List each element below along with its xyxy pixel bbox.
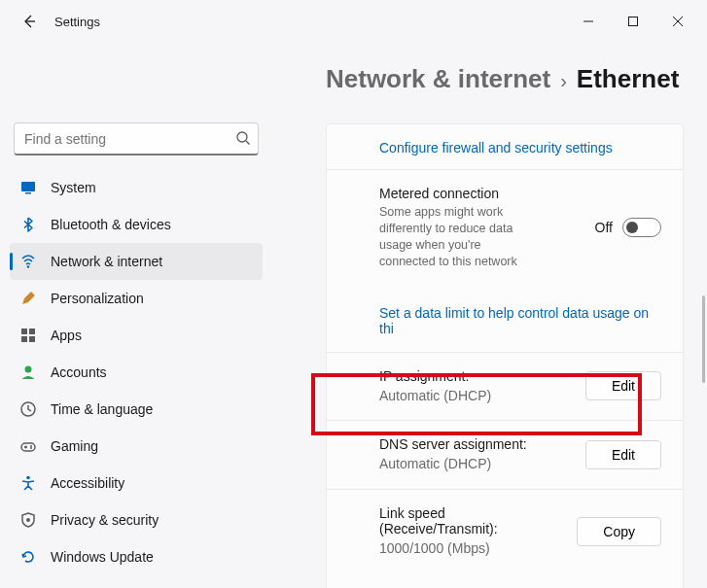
sidebar-item-label: System — [51, 180, 96, 195]
svg-rect-6 — [25, 192, 31, 194]
sidebar: SystemBluetooth & devicesNetwork & inter… — [0, 43, 272, 588]
svg-point-18 — [26, 518, 30, 522]
minimize-icon — [583, 16, 594, 27]
svg-rect-10 — [21, 336, 27, 342]
link-speed-row: Link speed (Receive/Transmit): 1000/1000… — [327, 490, 683, 588]
sidebar-item-label: Time & language — [51, 401, 153, 417]
breadcrumb-current: Ethernet — [577, 64, 679, 94]
dns-assignment-title: DNS server assignment: — [379, 436, 574, 452]
search-icon — [235, 130, 251, 146]
svg-line-4 — [246, 141, 250, 145]
dns-edit-button[interactable]: Edit — [585, 440, 661, 469]
sidebar-item-personalize[interactable]: Personalization — [10, 280, 263, 317]
ip-assignment-value: Automatic (DHCP) — [379, 387, 574, 405]
privacy-icon — [19, 511, 37, 529]
svg-rect-8 — [21, 329, 27, 334]
svg-point-12 — [25, 366, 32, 373]
breadcrumb: Network & internet › Ethernet — [326, 64, 707, 94]
ip-edit-button[interactable]: Edit — [585, 371, 661, 400]
dns-assignment-value: Automatic (DHCP) — [379, 455, 574, 473]
time-icon — [19, 400, 37, 418]
svg-point-17 — [26, 476, 30, 480]
sidebar-item-label: Network & internet — [51, 254, 162, 269]
search-input[interactable] — [14, 122, 259, 156]
sidebar-item-label: Apps — [51, 328, 82, 343]
sidebar-item-apps[interactable]: Apps — [10, 317, 263, 354]
sidebar-item-network[interactable]: Network & internet — [10, 243, 263, 280]
svg-rect-5 — [21, 182, 35, 191]
accounts-icon — [19, 363, 37, 381]
svg-rect-9 — [29, 329, 35, 334]
minimize-button[interactable] — [567, 7, 610, 36]
link-speed-copy-button[interactable]: Copy — [577, 517, 661, 546]
ip-assignment-row: IP assignment: Automatic (DHCP) Edit — [327, 353, 683, 422]
sidebar-item-label: Privacy & security — [51, 512, 159, 528]
dns-assignment-row: DNS server assignment: Automatic (DHCP) … — [327, 421, 683, 490]
svg-point-15 — [30, 445, 32, 447]
metered-connection-row: Metered connection Some apps might work … — [327, 170, 683, 353]
link-speed-value: 1000/1000 (Mbps) — [379, 539, 565, 558]
firewall-link-row: Configure firewall and security settings — [327, 124, 683, 170]
system-icon — [19, 179, 37, 196]
svg-point-7 — [27, 265, 30, 268]
sidebar-item-time[interactable]: Time & language — [10, 391, 263, 428]
svg-rect-2 — [629, 17, 638, 26]
sidebar-item-bluetooth[interactable]: Bluetooth & devices — [10, 206, 263, 243]
sidebar-item-system[interactable]: System — [10, 169, 263, 206]
sidebar-item-label: Gaming — [51, 438, 98, 454]
ip-assignment-title: IP assignment: — [379, 368, 574, 384]
settings-panel: Configure firewall and security settings… — [326, 123, 684, 588]
metered-desc: Some apps might work differently to redu… — [379, 204, 525, 270]
window-title: Settings — [54, 15, 100, 29]
sidebar-item-label: Accounts — [51, 364, 107, 380]
maximize-icon — [627, 16, 639, 27]
bluetooth-icon — [19, 216, 37, 233]
configure-firewall-link[interactable]: Configure firewall and security settings — [379, 140, 613, 156]
sidebar-item-label: Bluetooth & devices — [51, 217, 171, 232]
back-button[interactable] — [18, 10, 41, 33]
svg-rect-11 — [29, 336, 35, 342]
chevron-right-icon: › — [560, 70, 567, 92]
set-data-limit-link[interactable]: Set a data limit to help control data us… — [379, 305, 649, 336]
sidebar-item-label: Windows Update — [51, 549, 154, 565]
sidebar-item-accessibility[interactable]: Accessibility — [10, 465, 263, 502]
network-icon — [19, 253, 37, 270]
search-box — [10, 122, 263, 156]
svg-rect-14 — [21, 443, 35, 451]
svg-point-16 — [30, 447, 32, 449]
scrollbar-thumb[interactable] — [702, 295, 705, 383]
apps-icon — [19, 327, 37, 344]
sidebar-item-privacy[interactable]: Privacy & security — [10, 502, 263, 538]
maximize-button[interactable] — [612, 7, 654, 36]
sidebar-item-label: Accessibility — [51, 475, 124, 491]
metered-title: Metered connection — [379, 186, 525, 201]
sidebar-item-update[interactable]: Windows Update — [10, 538, 263, 575]
metered-toggle-label: Off — [595, 220, 613, 235]
content-area: Network & internet › Ethernet Configure … — [272, 43, 707, 588]
breadcrumb-parent[interactable]: Network & internet — [326, 64, 550, 94]
sidebar-item-label: Personalization — [51, 291, 144, 306]
back-arrow-icon — [21, 14, 37, 29]
accessibility-icon — [19, 474, 37, 492]
update-icon — [19, 548, 37, 566]
close-button[interactable] — [656, 7, 699, 36]
metered-toggle[interactable] — [622, 218, 661, 237]
sidebar-item-gaming[interactable]: Gaming — [10, 428, 263, 465]
close-icon — [672, 16, 684, 27]
link-speed-title: Link speed (Receive/Transmit): — [379, 505, 565, 536]
sidebar-item-accounts[interactable]: Accounts — [10, 354, 263, 391]
personalize-icon — [19, 290, 37, 307]
titlebar: Settings — [0, 0, 707, 43]
gaming-icon — [19, 437, 37, 455]
svg-point-3 — [237, 132, 247, 142]
